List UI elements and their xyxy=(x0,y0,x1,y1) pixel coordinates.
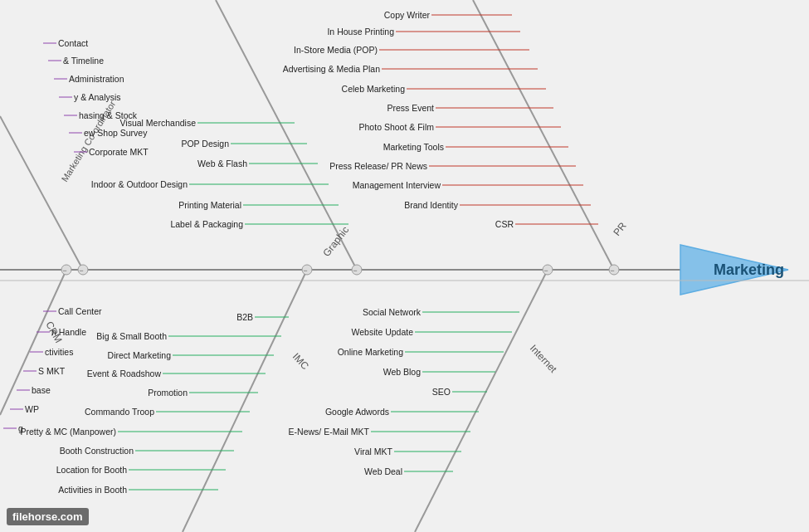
svg-text:Call Center: Call Center xyxy=(58,306,102,316)
svg-text:POP Design: POP Design xyxy=(181,139,229,149)
svg-text:ew Shop Survey: ew Shop Survey xyxy=(84,128,148,138)
svg-text:Activities in Booth: Activities in Booth xyxy=(58,485,127,495)
svg-text:−: − xyxy=(303,266,307,275)
svg-text:Press Release/ PR News: Press Release/ PR News xyxy=(329,161,427,171)
svg-text:Web Blog: Web Blog xyxy=(383,367,421,377)
svg-text:Photo Shoot & Film: Photo Shoot & Film xyxy=(359,122,435,132)
svg-text:CSR: CSR xyxy=(495,219,514,229)
svg-text:Contact: Contact xyxy=(58,38,88,48)
svg-text:Direct Marketing: Direct Marketing xyxy=(108,350,172,360)
svg-text:Marketing: Marketing xyxy=(714,261,784,278)
svg-text:g: g xyxy=(18,423,23,433)
svg-text:−: − xyxy=(353,266,357,275)
svg-text:Brand Identity: Brand Identity xyxy=(404,200,459,210)
svg-text:B2B: B2B xyxy=(236,312,253,322)
svg-text:In-Store Media (POP): In-Store Media (POP) xyxy=(294,45,378,55)
svg-text:Booth Construction: Booth Construction xyxy=(60,446,134,456)
svg-text:Press Event: Press Event xyxy=(387,103,434,113)
svg-text:Copy Writer: Copy Writer xyxy=(384,10,431,20)
svg-text:ctivities: ctivities xyxy=(45,347,73,357)
svg-text:Celeb Marketing: Celeb Marketing xyxy=(342,84,406,94)
svg-text:Administration: Administration xyxy=(69,74,124,84)
svg-text:Indoor & Outdoor Design: Indoor & Outdoor Design xyxy=(91,179,188,189)
svg-text:Big & Small Booth: Big & Small Booth xyxy=(96,331,167,341)
svg-text:& Timeline: & Timeline xyxy=(63,56,104,66)
svg-text:Website Update: Website Update xyxy=(351,327,413,337)
svg-text:Web Deal: Web Deal xyxy=(364,466,402,476)
svg-text:Viral MKT: Viral MKT xyxy=(354,447,392,456)
svg-text:Web & Flash: Web & Flash xyxy=(197,159,247,168)
svg-text:Management Interview: Management Interview xyxy=(353,180,441,190)
svg-text:Pretty & MC (Manpower): Pretty & MC (Manpower) xyxy=(20,427,116,437)
svg-text:−: − xyxy=(610,266,614,275)
svg-text:hasing & Stock: hasing & Stock xyxy=(79,110,138,120)
svg-text:−: − xyxy=(62,266,66,275)
svg-text:In House Printing: In House Printing xyxy=(327,27,394,37)
svg-text:Google Adwords: Google Adwords xyxy=(325,407,389,417)
svg-text:Social Network: Social Network xyxy=(363,307,422,317)
svg-text:Online Marketing: Online Marketing xyxy=(338,347,404,357)
svg-text:Printing Material: Printing Material xyxy=(178,200,241,210)
fishbone-diagram: Marketing PR Copy Writer In House Printi… xyxy=(0,0,809,532)
svg-text:Location for Booth: Location for Booth xyxy=(56,465,127,475)
svg-text:Marketing Tools: Marketing Tools xyxy=(383,142,444,152)
svg-text:Promotion: Promotion xyxy=(148,388,188,398)
svg-text:E-News/ E-Mail MKT: E-News/ E-Mail MKT xyxy=(289,427,370,437)
svg-text:SEO: SEO xyxy=(432,387,451,397)
svg-text:Advertising & Media Plan: Advertising & Media Plan xyxy=(283,64,380,74)
svg-text:n Handle: n Handle xyxy=(51,327,86,337)
svg-text:y & Analysis: y & Analysis xyxy=(74,92,121,102)
svg-text:Label & Packaging: Label & Packaging xyxy=(170,219,243,229)
svg-text:−: − xyxy=(79,266,83,275)
svg-text:Event & Roadshow: Event & Roadshow xyxy=(87,368,162,378)
svg-text:−: − xyxy=(543,266,548,275)
watermark: filehorse.com xyxy=(7,508,89,525)
svg-text:Commando Troop: Commando Troop xyxy=(85,407,154,417)
svg-text:S MKT: S MKT xyxy=(38,366,66,376)
svg-text:base: base xyxy=(32,385,51,395)
svg-text:WP: WP xyxy=(25,404,39,414)
svg-text:Corporate MKT: Corporate MKT xyxy=(89,147,149,157)
